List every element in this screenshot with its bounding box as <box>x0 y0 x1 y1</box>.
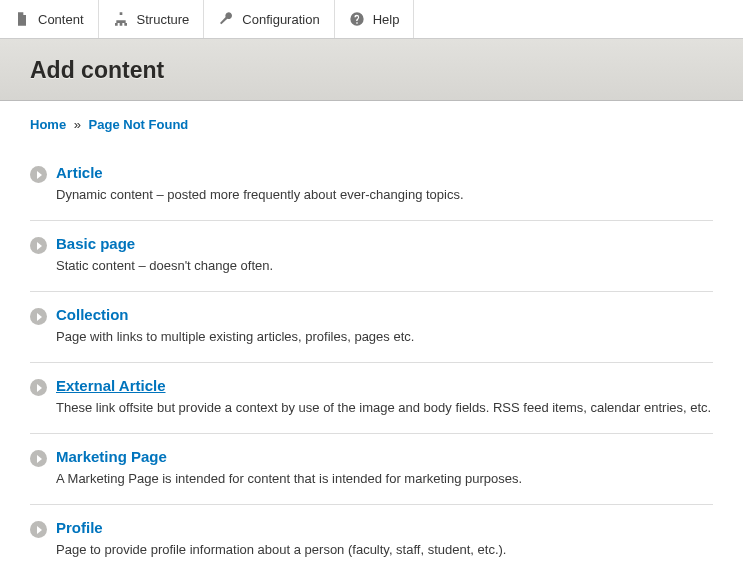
content-type-desc: These link offsite but provide a context… <box>56 400 713 415</box>
content-type-desc: Static content – doesn't change often. <box>56 258 713 273</box>
hierarchy-icon <box>113 11 129 27</box>
toolbar-label: Help <box>373 12 400 27</box>
breadcrumb: Home » Page Not Found <box>30 117 713 132</box>
content-type-item: Article Dynamic content – posted more fr… <box>30 150 713 221</box>
toolbar-item-help[interactable]: Help <box>335 0 415 38</box>
chevron-right-icon <box>30 450 47 467</box>
content-type-item: Collection Page with links to multiple e… <box>30 292 713 363</box>
file-icon <box>14 11 30 27</box>
help-icon <box>349 11 365 27</box>
content-type-link-marketing-page[interactable]: Marketing Page <box>56 448 167 465</box>
wrench-icon <box>218 11 234 27</box>
content-type-item: External Article These link offsite but … <box>30 363 713 434</box>
content-type-desc: Page to provide profile information abou… <box>56 542 713 557</box>
chevron-right-icon <box>30 379 47 396</box>
page-title: Add content <box>30 57 713 84</box>
toolbar-item-structure[interactable]: Structure <box>99 0 205 38</box>
content-type-link-collection[interactable]: Collection <box>56 306 129 323</box>
content-type-desc: Page with links to multiple existing art… <box>56 329 713 344</box>
chevron-right-icon <box>30 521 47 538</box>
content-type-link-external-article[interactable]: External Article <box>56 377 166 394</box>
chevron-right-icon <box>30 308 47 325</box>
breadcrumb-current[interactable]: Page Not Found <box>89 117 189 132</box>
content-type-link-profile[interactable]: Profile <box>56 519 103 536</box>
content-type-list: Article Dynamic content – posted more fr… <box>30 150 713 573</box>
breadcrumb-home[interactable]: Home <box>30 117 66 132</box>
chevron-right-icon <box>30 166 47 183</box>
content-type-item: Profile Page to provide profile informat… <box>30 505 713 573</box>
content-type-item: Basic page Static content – doesn't chan… <box>30 221 713 292</box>
chevron-right-icon <box>30 237 47 254</box>
content-type-link-article[interactable]: Article <box>56 164 103 181</box>
content-type-desc: A Marketing Page is intended for content… <box>56 471 713 486</box>
content-area: Home » Page Not Found Article Dynamic co… <box>0 101 743 573</box>
toolbar-label: Configuration <box>242 12 319 27</box>
toolbar-item-configuration[interactable]: Configuration <box>204 0 334 38</box>
breadcrumb-separator: » <box>74 117 81 132</box>
content-type-item: Marketing Page A Marketing Page is inten… <box>30 434 713 505</box>
page-title-bar: Add content <box>0 39 743 101</box>
toolbar-label: Content <box>38 12 84 27</box>
toolbar-label: Structure <box>137 12 190 27</box>
admin-toolbar: Content Structure Configuration Help <box>0 0 743 39</box>
content-type-link-basic-page[interactable]: Basic page <box>56 235 135 252</box>
content-type-desc: Dynamic content – posted more frequently… <box>56 187 713 202</box>
toolbar-item-content[interactable]: Content <box>0 0 99 38</box>
